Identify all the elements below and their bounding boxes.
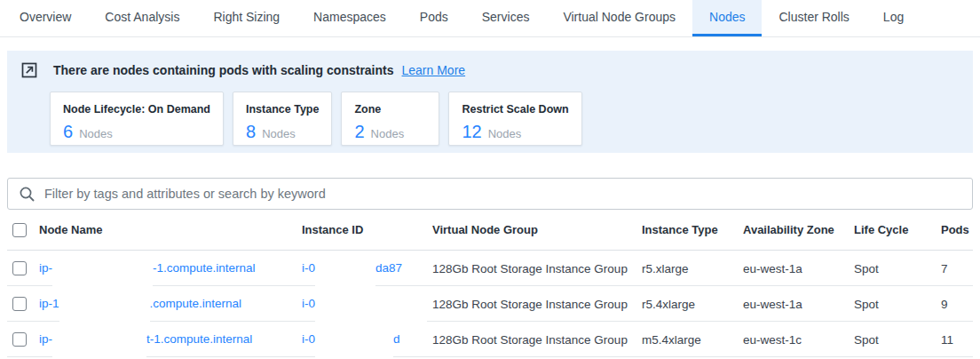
card-node-lifecycle-on-demand[interactable]: Node Lifecycle: On Demand 6 Nodes <box>50 92 224 146</box>
card-unit: Nodes <box>371 127 405 140</box>
tab-cluster-rolls[interactable]: Cluster Rolls <box>762 0 865 36</box>
instance-id-prefix: i-0 <box>302 251 315 286</box>
table-row[interactable]: ip-1 .compute.internal i-0 128Gb Root St… <box>7 286 973 322</box>
instance-id-cell[interactable]: i-0 <box>302 286 432 322</box>
table-row[interactable]: ip- -1.compute.internal i-0 da87 128Gb R… <box>7 251 973 286</box>
tab-services[interactable]: Services <box>465 0 547 36</box>
instance-type-cell: r5.xlarge <box>642 262 743 275</box>
card-value: 2 <box>354 122 364 142</box>
instance-type-cell: r5.4xlarge <box>642 298 743 311</box>
search-input[interactable] <box>44 187 961 201</box>
redaction-box <box>59 291 150 322</box>
tab-cost-analysis[interactable]: Cost Analysis <box>88 0 196 36</box>
pods-cell: 11 <box>941 333 973 347</box>
node-name-prefix: ip- <box>39 251 52 286</box>
card-restrict-scale-down[interactable]: Restrict Scale Down 12 Nodes <box>448 92 581 146</box>
availability-zone-cell: eu-west-1a <box>743 262 854 275</box>
redaction-box <box>52 326 146 357</box>
row-checkbox[interactable] <box>12 261 27 275</box>
banner-message: There are nodes containing pods with sca… <box>53 63 394 77</box>
pods-cell: 7 <box>941 262 973 275</box>
card-zone[interactable]: Zone 2 Nodes <box>341 92 439 146</box>
node-name-cell[interactable]: ip- t-1.compute.internal <box>39 322 302 357</box>
tab-nodes[interactable]: Nodes <box>692 0 762 36</box>
node-name-prefix: ip- <box>39 322 52 357</box>
redaction-box <box>52 255 153 286</box>
table-row[interactable]: ip- t-1.compute.internal i-0 d 128Gb Roo… <box>7 322 973 357</box>
card-instance-type[interactable]: Instance Type 8 Nodes <box>233 92 332 146</box>
tab-log[interactable]: Log <box>866 0 921 36</box>
scaling-constraints-banner: There are nodes containing pods with sca… <box>7 51 973 153</box>
life-cycle-cell: Spot <box>854 262 941 275</box>
instance-id-prefix: i-0 <box>302 322 315 357</box>
node-name-suffix: t-1.compute.internal <box>146 322 252 357</box>
column-header-node-name: Node Name <box>39 223 302 236</box>
instance-type-cell: m5.4xlarge <box>642 333 743 347</box>
row-checkbox[interactable] <box>12 297 27 311</box>
column-header-virtual-node-group: Virtual Node Group <box>432 223 642 236</box>
redaction-box <box>315 291 427 322</box>
node-name-cell[interactable]: ip-1 .compute.internal <box>39 286 302 322</box>
card-unit: Nodes <box>488 127 522 140</box>
search-icon <box>19 186 36 203</box>
column-header-availability-zone: Availability Zone <box>743 223 854 236</box>
tab-right-sizing[interactable]: Right Sizing <box>196 0 296 36</box>
instance-id-suffix: da87 <box>375 251 402 286</box>
redaction-box <box>315 326 393 357</box>
column-header-instance-id: Instance ID <box>302 223 432 236</box>
pods-cell: 9 <box>941 298 973 311</box>
column-header-instance-type: Instance Type <box>642 223 743 236</box>
redaction-box <box>315 255 375 286</box>
node-name-suffix: .compute.internal <box>150 286 242 322</box>
row-checkbox[interactable] <box>12 332 27 347</box>
card-unit: Nodes <box>79 127 113 140</box>
constraint-cards: Node Lifecycle: On Demand 6 Nodes Instan… <box>50 92 959 146</box>
column-header-pods: Pods <box>941 223 973 236</box>
tab-namespaces[interactable]: Namespaces <box>296 0 403 36</box>
card-title: Restrict Scale Down <box>462 103 568 116</box>
vng-cell: 128Gb Root Storage Instance Group <box>432 262 642 275</box>
instance-id-cell[interactable]: i-0 d <box>302 322 432 357</box>
card-value: 6 <box>63 122 73 142</box>
column-header-life-cycle: Life Cycle <box>854 223 941 236</box>
card-unit: Nodes <box>262 127 296 140</box>
table-header-row: Node Name Instance ID Virtual Node Group… <box>7 210 973 251</box>
tab-overview[interactable]: Overview <box>3 0 88 36</box>
availability-zone-cell: eu-west-1c <box>743 333 854 347</box>
card-title: Zone <box>354 103 426 116</box>
vng-cell: 128Gb Root Storage Instance Group <box>432 333 642 347</box>
card-title: Node Lifecycle: On Demand <box>63 103 210 116</box>
tab-bar: Overview Cost Analysis Right Sizing Name… <box>0 0 980 37</box>
select-all-checkbox[interactable] <box>12 223 27 237</box>
scale-out-icon <box>21 62 37 78</box>
node-name-cell[interactable]: ip- -1.compute.internal <box>39 251 302 286</box>
life-cycle-cell: Spot <box>854 333 941 347</box>
instance-id-cell[interactable]: i-0 da87 <box>302 251 432 286</box>
instance-id-suffix: d <box>393 322 400 357</box>
tab-virtual-node-groups[interactable]: Virtual Node Groups <box>546 0 692 36</box>
life-cycle-cell: Spot <box>854 298 941 311</box>
learn-more-link[interactable]: Learn More <box>402 63 466 77</box>
availability-zone-cell: eu-west-1a <box>743 298 854 311</box>
card-value: 8 <box>246 122 256 142</box>
tab-pods[interactable]: Pods <box>403 0 465 36</box>
nodes-table: Node Name Instance ID Virtual Node Group… <box>7 210 973 357</box>
node-name-prefix: ip-1 <box>39 286 59 322</box>
instance-id-prefix: i-0 <box>302 286 315 322</box>
node-name-suffix: -1.compute.internal <box>153 251 256 286</box>
filter-search-bar <box>7 178 973 210</box>
card-title: Instance Type <box>246 103 319 116</box>
card-value: 12 <box>462 122 481 142</box>
vng-cell: 128Gb Root Storage Instance Group <box>432 298 642 311</box>
